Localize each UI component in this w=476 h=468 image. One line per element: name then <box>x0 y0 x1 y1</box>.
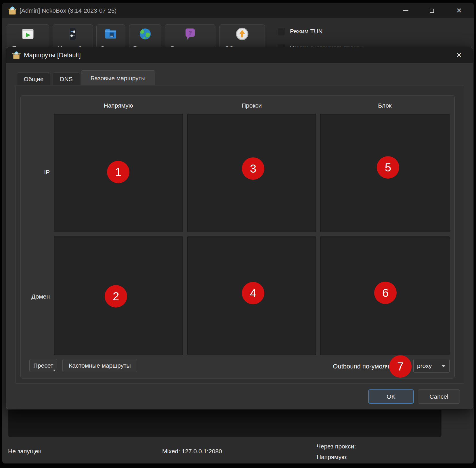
status-mixed-address: Mixed: 127.0.0.1:2080 <box>162 448 222 455</box>
nekobox-dialog-icon <box>12 50 21 60</box>
column-header-proxy: Прокси <box>187 102 316 110</box>
column-header-block: Блок <box>320 102 450 110</box>
preset-button[interactable]: Пресет <box>29 359 57 372</box>
annotation-circle-4: 4 <box>242 282 264 304</box>
maximize-button[interactable] <box>425 4 438 17</box>
window-titlebar: [Admin] NekoBox (3.14-2023-07-25) ✕ <box>2 3 474 18</box>
tun-mode-label: Режим TUN <box>290 28 323 35</box>
dialog-titlebar: Маршруты [Default] ✕ <box>6 47 473 63</box>
update-arrow-icon <box>235 27 249 41</box>
row-label-ip: IP <box>21 168 50 176</box>
svg-text:?: ? <box>188 30 192 36</box>
annotation-circle-7: 7 <box>389 355 412 378</box>
outbound-select[interactable]: proxy <box>413 359 450 373</box>
column-header-direct: Напрямую <box>54 102 183 110</box>
globe-icon <box>138 27 152 41</box>
app-run-icon <box>21 27 35 41</box>
tun-mode-checkbox[interactable] <box>278 28 285 35</box>
outbound-default-label: Outbound по-умолч <box>303 362 389 371</box>
nekobox-app-icon <box>7 5 17 15</box>
annotation-circle-5: 5 <box>377 156 399 179</box>
window-title: [Admin] NekoBox (3.14-2023-07-25) <box>20 3 116 18</box>
settings-sliders-icon <box>66 27 80 41</box>
close-window-button[interactable]: ✕ <box>453 4 465 17</box>
ok-button[interactable]: OK <box>368 389 414 404</box>
log-panel[interactable] <box>8 410 442 437</box>
screen: [Admin] NekoBox (3.14-2023-07-25) ✕ Прог… <box>0 0 476 468</box>
outbound-select-value: proxy <box>417 362 441 369</box>
maximize-icon <box>430 9 434 13</box>
annotation-circle-2: 2 <box>105 285 127 307</box>
dialog-title: Маршруты [Default] <box>24 47 81 63</box>
annotation-circle-6: 6 <box>374 282 397 304</box>
preset-dropdown-icon <box>53 370 56 371</box>
annotation-circle-1: 1 <box>107 161 129 183</box>
minimize-icon <box>403 10 408 11</box>
tab-dns[interactable]: DNS <box>53 72 80 85</box>
cancel-button[interactable]: Cancel <box>418 389 460 404</box>
custom-routes-button[interactable]: Кастомные маршруты <box>62 359 137 372</box>
help-bubble-icon: ? <box>183 27 197 41</box>
tab-general[interactable]: Общие <box>17 72 50 85</box>
tun-mode-row: Режим TUN <box>278 28 323 35</box>
routes-dialog: Маршруты [Default] ✕ Общие DNS Базовые м… <box>6 47 473 409</box>
annotation-circle-3: 3 <box>242 157 264 180</box>
tab-basic-routes[interactable]: Базовые маршруты <box>81 70 155 86</box>
chevron-down-icon <box>441 365 446 367</box>
status-via-proxy: Через прокси: <box>317 443 356 450</box>
minimize-button[interactable] <box>399 4 412 17</box>
server-folder-icon <box>104 27 118 41</box>
status-direct: Напрямую: <box>317 454 348 461</box>
preset-button-label: Пресет <box>33 362 53 369</box>
row-label-domain: Домен <box>21 293 50 301</box>
status-state: Не запущен <box>8 448 41 455</box>
close-dialog-button[interactable]: ✕ <box>453 49 465 62</box>
